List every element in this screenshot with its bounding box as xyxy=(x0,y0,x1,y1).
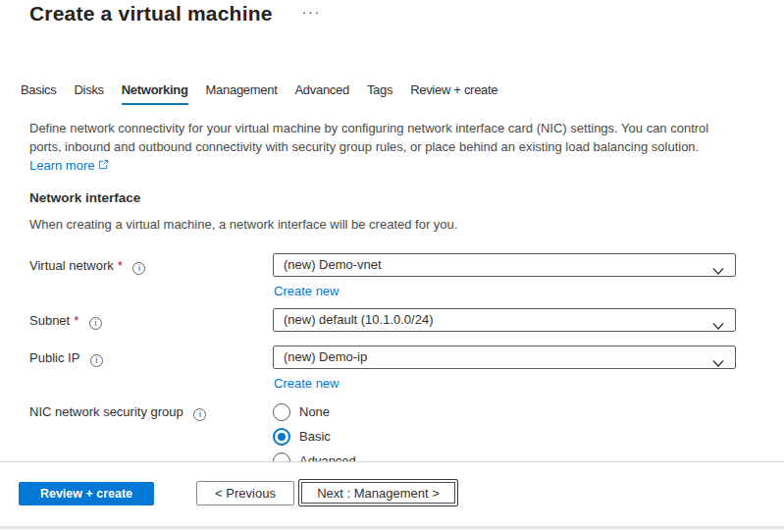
chevron-down-icon xyxy=(712,261,724,277)
radio-basic[interactable] xyxy=(273,428,290,446)
field-row-subnet: Subnet* i (new) default (10.1.0.0/24) xyxy=(29,308,736,332)
page-header: Create a virtual machine ··· xyxy=(29,2,321,26)
radio-none-label: None xyxy=(299,404,330,419)
content-area: Create a virtual machine ··· Basics Disk… xyxy=(0,0,784,461)
virtual-network-dropdown[interactable]: (new) Demo-vnet xyxy=(273,253,736,277)
radio-advanced-label: Advanced xyxy=(299,453,356,461)
public-ip-create-new-link[interactable]: Create new xyxy=(274,376,339,391)
nic-nsg-label: NIC network security group i xyxy=(29,399,273,461)
radio-option-advanced[interactable]: Advanced xyxy=(273,449,736,461)
intro-text: Define network connectivity for your vir… xyxy=(29,121,708,154)
info-icon[interactable]: i xyxy=(90,354,103,367)
field-row-public-ip: Public IP i (new) Demo-ip Create new xyxy=(29,346,736,392)
subnet-value: (new) default (10.1.0.0/24) xyxy=(284,312,433,327)
intro-text-block: Define network connectivity for your vir… xyxy=(29,119,725,175)
page-title: Create a virtual machine xyxy=(29,2,273,26)
previous-button[interactable]: < Previous xyxy=(196,481,294,505)
radio-advanced[interactable] xyxy=(273,452,290,462)
info-icon[interactable]: i xyxy=(89,317,102,330)
subnet-label: Subnet* i xyxy=(29,308,273,332)
next-management-button[interactable]: Next : Management > xyxy=(298,479,458,506)
tab-networking[interactable]: Networking xyxy=(113,82,197,105)
tab-bar: Basics Disks Networking Management Advan… xyxy=(12,82,506,105)
chevron-down-icon xyxy=(712,353,724,369)
subnet-dropdown[interactable]: (new) default (10.1.0.0/24) xyxy=(273,308,736,332)
review-create-button[interactable]: Review + create xyxy=(19,482,154,505)
info-icon[interactable]: i xyxy=(193,408,206,421)
tab-disks[interactable]: Disks xyxy=(66,82,113,105)
field-row-virtual-network: Virtual network* i (new) Demo-vnet Creat… xyxy=(29,253,736,299)
required-asterisk: * xyxy=(74,313,78,328)
tab-advanced[interactable]: Advanced xyxy=(286,82,357,105)
chevron-down-icon xyxy=(712,316,724,332)
tab-management[interactable]: Management xyxy=(197,82,287,105)
tab-tags[interactable]: Tags xyxy=(358,82,401,105)
radio-option-none[interactable]: None xyxy=(273,399,736,424)
required-asterisk: * xyxy=(118,258,123,273)
info-icon[interactable]: i xyxy=(132,262,145,275)
public-ip-value: (new) Demo-ip xyxy=(284,349,367,364)
external-link-icon xyxy=(98,156,109,175)
footer-bar: Review + create < Previous Next : Manage… xyxy=(0,461,784,532)
tab-review-create[interactable]: Review + create xyxy=(401,82,506,105)
virtual-network-label: Virtual network* i xyxy=(29,253,273,299)
learn-more-link[interactable]: Learn more xyxy=(29,158,94,173)
bottom-divider xyxy=(0,526,784,529)
public-ip-dropdown[interactable]: (new) Demo-ip xyxy=(273,346,736,369)
field-row-nic-nsg: NIC network security group i None Basic … xyxy=(29,399,736,461)
radio-option-basic[interactable]: Basic xyxy=(273,424,736,449)
tab-basics[interactable]: Basics xyxy=(12,82,66,105)
radio-basic-label: Basic xyxy=(299,429,331,444)
radio-none[interactable] xyxy=(273,403,290,421)
virtual-network-value: (new) Demo-vnet xyxy=(284,257,382,272)
section-heading-network-interface: Network interface xyxy=(29,190,140,205)
section-subtext: When creating a virtual machine, a netwo… xyxy=(29,217,457,232)
virtual-network-create-new-link[interactable]: Create new xyxy=(274,284,339,298)
more-menu-icon[interactable]: ··· xyxy=(302,3,322,20)
public-ip-label: Public IP i xyxy=(29,346,273,392)
